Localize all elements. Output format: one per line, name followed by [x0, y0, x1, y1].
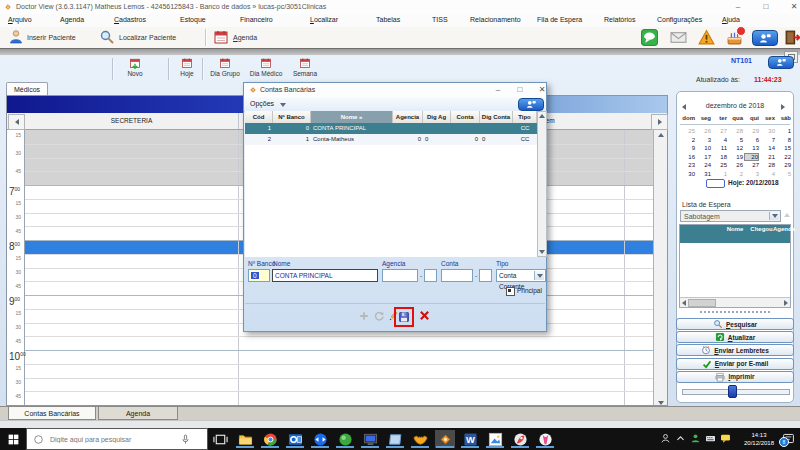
calendar-day-29[interactable]: 29 — [776, 161, 791, 169]
tab-medicos[interactable]: Médicos — [6, 82, 48, 96]
button-pesquisar[interactable]: Pesquisar — [676, 318, 794, 330]
dialog-vscrollbar[interactable] — [537, 111, 547, 257]
bottom-tab-agenda[interactable]: Agenda — [98, 407, 178, 420]
scroll-up-icon[interactable] — [658, 133, 664, 137]
close-button[interactable]: ✕ — [786, 1, 800, 12]
banco-field[interactable]: 0 — [248, 269, 270, 282]
calendar-day-26[interactable]: 26 — [728, 161, 743, 169]
warning-button[interactable] — [694, 27, 718, 48]
conta-digito-field[interactable] — [479, 269, 492, 282]
dialog-contacts-button[interactable] — [518, 98, 544, 111]
taskbar-app-sphere[interactable] — [335, 430, 355, 448]
zoom-slider-thumb[interactable] — [728, 385, 737, 398]
button-enviar-lembretes[interactable]: Enviar Lembretes — [676, 344, 794, 356]
taskbar-app-explorer[interactable] — [235, 430, 255, 448]
save-button[interactable] — [398, 311, 410, 323]
calendar-day-2[interactable]: 2 — [680, 136, 695, 144]
insert-record-icon[interactable] — [358, 310, 370, 322]
agenda-btn-dia-m-dico[interactable]: Dia Médico — [246, 57, 286, 82]
calendar-day-4[interactable]: 4 — [712, 136, 727, 144]
taskbar-app-doctorview[interactable] — [435, 430, 455, 448]
cancel-button[interactable] — [418, 309, 431, 322]
start-button[interactable] — [0, 428, 26, 450]
dialog-col-7[interactable]: Tipo — [513, 111, 537, 123]
insert-patient-button[interactable]: Inserir Paciente — [27, 34, 76, 41]
calendar-day-23[interactable]: 23 — [680, 161, 695, 169]
taskbar-app-teamviewer[interactable] — [310, 430, 330, 448]
menu-agenda[interactable]: Agenda — [60, 16, 84, 23]
taskbar-app-rocket[interactable] — [510, 430, 530, 448]
microphone-icon[interactable] — [180, 434, 191, 445]
agenda-btn-semana[interactable]: Semana — [288, 57, 322, 82]
birthday-button[interactable] — [722, 27, 746, 48]
agenda-btn-dia-grupo[interactable]: Dia Grupo — [206, 57, 244, 82]
calendar-day-4[interactable]: 4 — [760, 170, 775, 178]
calendar-day-28[interactable]: 28 — [760, 161, 775, 169]
menu-cadastros[interactable]: Cadastros — [114, 16, 146, 23]
contacts-button[interactable] — [752, 30, 778, 46]
button-imprimir[interactable]: Imprimir — [676, 371, 794, 383]
dialog-minimize-button[interactable]: – — [490, 84, 506, 95]
principal-checkbox[interactable] — [506, 287, 515, 296]
calendar-next-icon[interactable] — [781, 104, 785, 110]
today-box-icon[interactable] — [706, 179, 725, 188]
dialog-col-6[interactable]: Dig Conta — [480, 111, 513, 123]
contacts-badge-button[interactable] — [768, 56, 794, 69]
locate-patient-button[interactable]: Localizar Paciente — [119, 34, 176, 41]
calendar-day-5[interactable]: 5 — [728, 136, 743, 144]
exit-button[interactable] — [780, 27, 800, 48]
dialog-col-1[interactable]: Nº Banco — [273, 111, 311, 123]
vertical-scrollbar[interactable] — [653, 130, 667, 405]
menu-localizar[interactable]: Localizar — [310, 16, 338, 23]
dialog-scroll-up-icon[interactable] — [539, 114, 545, 118]
waiting-list-hscroll[interactable] — [680, 297, 790, 307]
calendar-day-27[interactable]: 27 — [712, 127, 727, 135]
calendar-day-30[interactable]: 30 — [760, 127, 775, 135]
dialog-maximize-button[interactable]: □ — [512, 84, 528, 95]
waiting-list-table[interactable]: NomeChegouAgenda — [679, 224, 791, 308]
calendar-day-17[interactable]: 17 — [696, 153, 711, 161]
calendar-day-19[interactable]: 19 — [728, 153, 743, 161]
taskbar-app-bat[interactable] — [410, 430, 430, 448]
menu-tabelas[interactable]: Tabelas — [376, 16, 400, 23]
menu-ajuda[interactable]: Ajuda — [722, 16, 740, 23]
dialog-col-3[interactable]: Agencia — [393, 111, 423, 123]
calendar-day-30[interactable]: 30 — [680, 170, 695, 178]
chat-button[interactable] — [637, 27, 661, 48]
dialog-table-row[interactable]: 21Conta-Matheus0000CC — [245, 134, 537, 145]
chevron-down-icon[interactable] — [769, 212, 779, 220]
menu-configura-es[interactable]: Configurações — [657, 16, 702, 23]
calendar-day-26[interactable]: 26 — [696, 127, 711, 135]
conta-field[interactable] — [441, 269, 473, 282]
today-label[interactable]: Hoje: 20/12/2018 — [728, 179, 779, 186]
menu-tiss[interactable]: TISS — [432, 16, 448, 23]
waiting-list-selected-row[interactable] — [680, 234, 790, 243]
dialog-col-2[interactable]: Nome » — [311, 111, 393, 123]
menu-relacionamento[interactable]: Relacionamento — [470, 16, 521, 23]
maximize-button[interactable]: □ — [758, 1, 774, 12]
calendar-day-7[interactable]: 7 — [760, 136, 775, 144]
scroll-right-button[interactable] — [651, 114, 668, 130]
calendar-day-1[interactable]: 1 — [712, 170, 727, 178]
calendar-day-25[interactable]: 25 — [712, 161, 727, 169]
calendar-day-2[interactable]: 2 — [728, 170, 743, 178]
calendar-day-13[interactable]: 13 — [744, 144, 759, 152]
collapse-panel-icon[interactable] — [784, 213, 790, 217]
taskbar-app-monitor[interactable] — [360, 430, 380, 448]
hscroll-thumb[interactable] — [688, 299, 716, 307]
scroll-down-icon[interactable] — [658, 401, 664, 405]
taskbar-app-task-view[interactable] — [210, 430, 230, 448]
calendar-day-10[interactable]: 10 — [696, 144, 711, 152]
calendar-prev-icon[interactable] — [682, 104, 686, 110]
calendar-day-25[interactable]: 25 — [680, 127, 695, 135]
calendar-day-5[interactable]: 5 — [776, 170, 791, 178]
agenda-btn-hoje[interactable]: Hoje — [172, 57, 202, 82]
tray-balloon-icon[interactable] — [720, 433, 731, 444]
taskbar-clock[interactable]: 14:13 20/12/2018 — [738, 431, 780, 447]
button-atualizar[interactable]: Atualizar — [676, 331, 794, 343]
calendar-day-27[interactable]: 27 — [744, 161, 759, 169]
taskbar-app-ribbon[interactable] — [535, 430, 555, 448]
tipo-select[interactable]: Conta Corrente — [496, 269, 546, 282]
minimize-button[interactable]: – — [730, 1, 746, 12]
dialog-table-row[interactable]: 10CONTA PRINCIPALCC — [245, 123, 537, 134]
